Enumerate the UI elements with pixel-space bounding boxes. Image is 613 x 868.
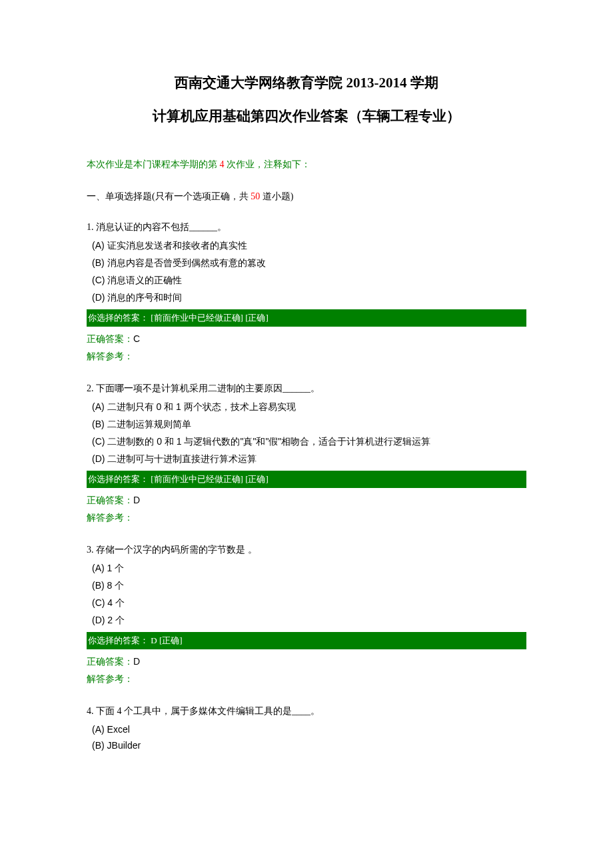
- question-stem: 下面哪一项不是计算机采用二进制的主要原因______。: [94, 383, 320, 393]
- question-stem: 消息认证的内容不包括______。: [94, 222, 227, 232]
- question-number: 4.: [87, 706, 94, 716]
- question-number: 2.: [87, 383, 94, 393]
- question-option: (D) 消息的序号和时间: [92, 292, 526, 304]
- your-answer-bar: 你选择的答案： [前面作业中已经做正确] [正确]: [87, 309, 526, 327]
- section-count: 50: [251, 191, 260, 201]
- question-option: (B) 二进制运算规则简单: [92, 419, 526, 431]
- correct-answer-value: D: [133, 495, 140, 505]
- your-answer-label: 你选择的答案：: [88, 635, 151, 645]
- solution-reference: 解答参考：: [87, 351, 526, 363]
- question-option: (B) JBuilder: [92, 740, 526, 751]
- question-text: 3. 存储一个汉字的内码所需的字节数是 。: [87, 544, 526, 556]
- correct-answer-value: C: [133, 333, 140, 344]
- question-block: 4. 下面 4 个工具中，属于多媒体文件编辑工具的是____。 (A) Exce…: [87, 705, 526, 751]
- question-option: (C) 消息语义的正确性: [92, 275, 526, 287]
- solution-reference: 解答参考：: [87, 512, 526, 524]
- question-option: (B) 消息内容是否曾受到偶然或有意的篡改: [92, 257, 526, 269]
- your-answer-label: 你选择的答案：: [88, 313, 151, 323]
- question-block: 1. 消息认证的内容不包括______。 (A) 证实消息发送者和接收者的真实性…: [87, 221, 526, 363]
- correct-answer-label: 正确答案：: [87, 657, 133, 667]
- question-block: 2. 下面哪一项不是计算机采用二进制的主要原因______。 (A) 二进制只有…: [87, 383, 526, 524]
- document-page: 西南交通大学网络教育学院 2013-2014 学期 计算机应用基础第四次作业答案…: [0, 0, 613, 797]
- correct-answer-line: 正确答案：D: [87, 495, 526, 507]
- solution-reference: 解答参考：: [87, 673, 526, 685]
- question-text: 2. 下面哪一项不是计算机采用二进制的主要原因______。: [87, 383, 526, 395]
- your-answer-bar: 你选择的答案： [前面作业中已经做正确] [正确]: [87, 471, 526, 488]
- your-answer-value: [前面作业中已经做正确] [正确]: [151, 313, 269, 323]
- question-option: (B) 8 个: [92, 580, 526, 592]
- section-suffix: 道小题): [260, 191, 293, 201]
- title-line-2: 计算机应用基础第四次作业答案（车辆工程专业）: [87, 107, 526, 125]
- question-number: 3.: [87, 545, 94, 555]
- section-prefix: 一、单项选择题(只有一个选项正确，共: [87, 191, 251, 201]
- section-heading: 一、单项选择题(只有一个选项正确，共 50 道小题): [87, 191, 526, 203]
- intro-number: 4: [220, 159, 225, 169]
- correct-answer-line: 正确答案：C: [87, 333, 526, 345]
- assignment-intro: 本次作业是本门课程本学期的第 4 次作业，注释如下：: [87, 159, 526, 171]
- question-option: (A) 二进制只有 0 和 1 两个状态，技术上容易实现: [92, 401, 526, 413]
- question-option: (A) 证实消息发送者和接收者的真实性: [92, 240, 526, 252]
- your-answer-bar: 你选择的答案： D [正确]: [87, 632, 526, 649]
- intro-suffix: 次作业，注释如下：: [225, 159, 311, 169]
- question-option: (A) Excel: [92, 724, 526, 735]
- intro-prefix: 本次作业是本门课程本学期的第: [87, 159, 220, 169]
- question-option: (D) 二进制可与十进制直接进行算术运算: [92, 453, 526, 465]
- your-answer-value: [前面作业中已经做正确] [正确]: [151, 474, 269, 484]
- your-answer-value: D [正确]: [151, 635, 182, 645]
- question-number: 1.: [87, 222, 94, 232]
- question-block: 3. 存储一个汉字的内码所需的字节数是 。 (A) 1 个 (B) 8 个 (C…: [87, 544, 526, 685]
- question-stem: 下面 4 个工具中，属于多媒体文件编辑工具的是____。: [94, 706, 320, 716]
- question-option: (C) 4 个: [92, 597, 526, 609]
- your-answer-label: 你选择的答案：: [88, 474, 151, 484]
- question-option: (A) 1 个: [92, 563, 526, 575]
- question-option: (C) 二进制数的 0 和 1 与逻辑代数的"真"和"假"相吻合，适合于计算机进…: [92, 436, 526, 448]
- question-stem: 存储一个汉字的内码所需的字节数是 。: [94, 545, 257, 555]
- question-text: 4. 下面 4 个工具中，属于多媒体文件编辑工具的是____。: [87, 705, 526, 717]
- question-text: 1. 消息认证的内容不包括______。: [87, 221, 526, 233]
- title-line-1: 西南交通大学网络教育学院 2013-2014 学期: [87, 73, 526, 92]
- correct-answer-line: 正确答案：D: [87, 656, 526, 668]
- question-option: (D) 2 个: [92, 615, 526, 627]
- correct-answer-label: 正确答案：: [87, 334, 133, 344]
- correct-answer-label: 正确答案：: [87, 495, 133, 505]
- correct-answer-value: D: [133, 656, 140, 667]
